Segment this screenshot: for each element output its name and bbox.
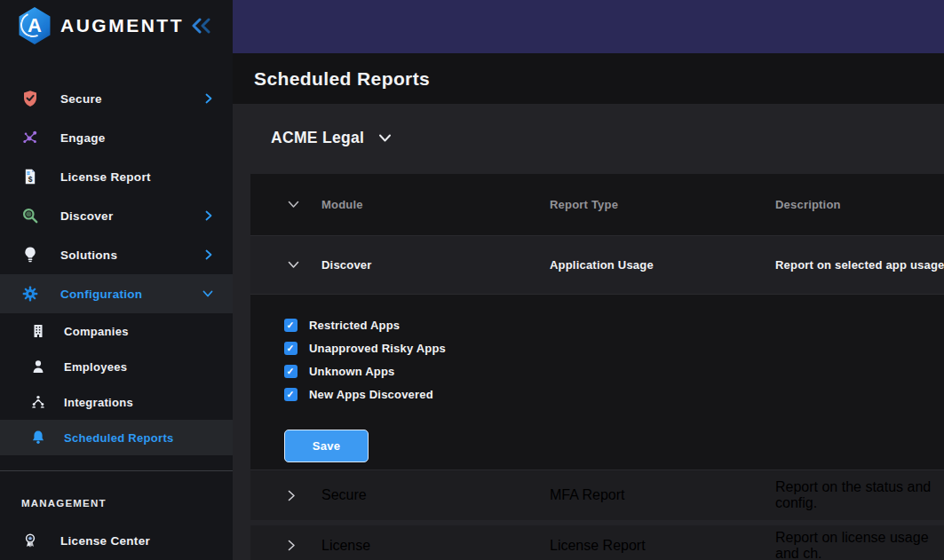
checkbox-row-restricted-apps[interactable]: Restricted Apps: [284, 319, 944, 332]
checkbox-checked-icon[interactable]: [284, 365, 297, 378]
checkbox-label: New Apps Discovered: [309, 388, 433, 401]
sidebar-item-configuration[interactable]: Configuration: [0, 274, 233, 313]
augmentt-logo-icon: A: [18, 7, 52, 44]
sidebar-item-label: Solutions: [60, 248, 117, 262]
checkbox-label: Unapproved Risky Apps: [309, 342, 446, 355]
management-section-label: MANAGEMENT: [21, 498, 233, 509]
cell-module: Secure: [321, 487, 550, 503]
expand-row-chevron-icon[interactable]: [250, 540, 321, 551]
lightbulb-icon: [21, 246, 39, 264]
table-row-license[interactable]: License License Report Report on license…: [250, 525, 944, 560]
sidebar-item-label: Employees: [64, 360, 127, 374]
sidebar-item-secure[interactable]: Secure: [0, 79, 233, 118]
chevron-right-icon: [204, 210, 213, 221]
sidebar-item-license-center[interactable]: License Center: [0, 521, 233, 560]
sidebar-subitem-employees[interactable]: Employees: [0, 349, 233, 384]
sidebar-item-label: Companies: [64, 325, 129, 338]
column-header-module: Module: [321, 198, 550, 211]
page-title: Scheduled Reports: [254, 68, 430, 90]
sidebar-subitem-companies[interactable]: Companies: [0, 313, 233, 349]
chevron-right-icon: [204, 93, 213, 104]
checkbox-row-unapproved-risky-apps[interactable]: Unapproved Risky Apps: [284, 342, 944, 355]
app-window: A AUGMENTT Secure: [0, 0, 944, 560]
checkbox-label: Unknown Apps: [309, 365, 395, 378]
gear-icon: [21, 285, 39, 303]
network-icon: [21, 129, 39, 146]
page-title-bar: Scheduled Reports: [233, 53, 944, 104]
expand-all-chevron-icon[interactable]: [250, 201, 321, 209]
checkbox-label: Restricted Apps: [309, 319, 400, 332]
top-bar: [233, 0, 944, 53]
logo-swirl: [17, 9, 49, 41]
sidebar-item-license-report[interactable]: $ License Report: [0, 157, 233, 196]
cell-module: License: [321, 538, 550, 554]
svg-text:$: $: [28, 175, 33, 184]
sidebar-item-label: License Center: [60, 534, 150, 548]
company-selector-label: ACME Legal: [271, 129, 364, 147]
expand-row-chevron-icon[interactable]: [250, 490, 321, 501]
checkbox-checked-icon[interactable]: [284, 342, 297, 355]
bell-icon: [30, 430, 46, 446]
sidebar-divider: [0, 470, 233, 471]
cell-description: Report on selected app usage m: [775, 258, 944, 272]
chevron-right-icon: [204, 249, 213, 260]
sidebar-item-label: License Report: [60, 170, 151, 184]
checkbox-checked-icon[interactable]: [284, 388, 297, 401]
collapse-sidebar-icon[interactable]: [191, 18, 212, 34]
chevron-down-icon: [378, 133, 392, 143]
sidebar-item-label: Configuration: [60, 288, 142, 301]
building-icon: [30, 323, 46, 339]
table-row-discover[interactable]: Discover Application Usage Report on sel…: [250, 235, 944, 294]
magnifier-icon: [21, 207, 39, 225]
award-icon: [21, 532, 39, 549]
sidebar-item-label: Integrations: [64, 396, 133, 409]
cell-report-type: MFA Report: [550, 487, 775, 503]
sidebar-item-label: Discover: [60, 209, 113, 223]
sidebar-subitem-scheduled-reports[interactable]: Scheduled Reports: [0, 420, 233, 455]
scheduled-reports-table: Module Report Type Description Discover …: [250, 174, 944, 560]
sidebar-item-discover[interactable]: Discover: [0, 196, 233, 235]
sidebar-item-label: Scheduled Reports: [64, 431, 174, 445]
save-button[interactable]: Save: [284, 430, 369, 462]
logo-row: A AUGMENTT: [0, 0, 233, 51]
column-header-description: Description: [775, 198, 944, 211]
sidebar: A AUGMENTT Secure: [0, 0, 233, 560]
table-header-row: Module Report Type Description: [250, 174, 944, 235]
sidebar-subitem-integrations[interactable]: Integrations: [0, 384, 233, 420]
cell-module: Discover: [321, 258, 550, 272]
chevron-down-icon: [202, 289, 213, 298]
collapse-row-chevron-icon[interactable]: [250, 261, 321, 269]
person-icon: [30, 359, 46, 375]
table-row-secure[interactable]: Secure MFA Report Report on the status a…: [250, 469, 944, 520]
sidebar-item-solutions[interactable]: Solutions: [0, 235, 233, 274]
sidebar-item-engage[interactable]: Engage: [0, 118, 233, 157]
invoice-icon: $: [21, 168, 39, 185]
report-options-panel: Restricted Apps Unapproved Risky Apps Un…: [250, 294, 944, 469]
brand-name: AUGMENTT: [60, 15, 184, 36]
cell-report-type: License Report: [550, 538, 775, 554]
sidebar-nav: Secure: [0, 79, 233, 455]
cell-description: Report on the status and config.: [775, 479, 944, 511]
checkbox-row-new-apps-discovered[interactable]: New Apps Discovered: [284, 388, 944, 401]
org-chart-icon: [30, 394, 46, 410]
sidebar-item-label: Engage: [60, 131, 106, 145]
cell-report-type: Application Usage: [550, 258, 775, 272]
company-selector[interactable]: ACME Legal: [271, 129, 392, 147]
cell-description: Report on license usage and ch.: [775, 530, 944, 560]
checkbox-row-unknown-apps[interactable]: Unknown Apps: [284, 365, 944, 378]
sidebar-item-label: Secure: [60, 92, 102, 106]
column-header-report-type: Report Type: [550, 198, 775, 211]
shield-check-icon: [21, 90, 39, 107]
main-content: ACME Legal Module Report Type Descriptio…: [233, 104, 944, 560]
checkbox-checked-icon[interactable]: [284, 319, 297, 332]
